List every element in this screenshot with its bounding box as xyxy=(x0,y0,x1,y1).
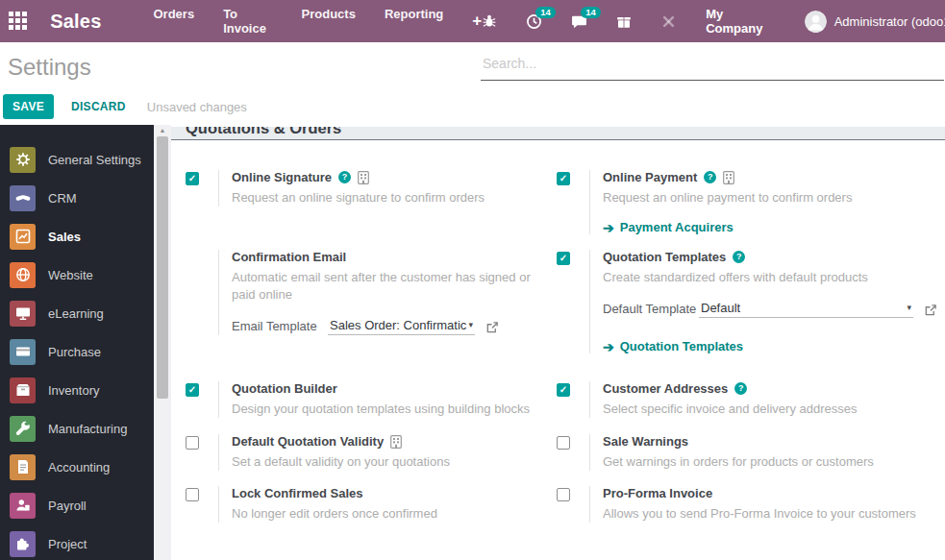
payment-acquirers-link[interactable]: ➔ Payment Acquirers xyxy=(603,220,852,234)
save-discard-bar: SAVE DISCARD Unsaved changes xyxy=(3,94,247,119)
discard-button[interactable]: DISCARD xyxy=(71,100,126,113)
sidebar-label: eLearning xyxy=(48,306,104,321)
card-icon xyxy=(10,339,36,365)
setting-online-payment: Online Payment ? Request an online payme… xyxy=(557,170,937,250)
scroll-up-arrow-icon[interactable]: ▲ xyxy=(154,127,171,134)
sidebar-label: Website xyxy=(48,268,93,282)
sidebar-label: General Settings xyxy=(48,153,141,167)
pro-forma-invoice-checkbox[interactable] xyxy=(557,488,570,501)
email-template-value: Sales Order: Confirmatic xyxy=(330,318,466,332)
sidebar-label: Manufacturing xyxy=(48,422,127,436)
setting-default-quotation-validity: Default Quotation Validity Set a default… xyxy=(186,434,543,486)
default-quotation-validity-checkbox[interactable] xyxy=(186,436,199,450)
section-title: Quotations & Orders xyxy=(171,127,945,137)
setting-pro-forma-invoice: Pro-Forma Invoice Allows you to send Pro… xyxy=(557,486,937,523)
customer-addresses-checkbox[interactable] xyxy=(557,383,570,397)
menu-reporting[interactable]: Reporting xyxy=(385,7,443,36)
chevron-down-icon: ▾ xyxy=(907,303,911,312)
online-signature-checkbox[interactable] xyxy=(186,172,199,185)
setting-description: Get warnings in orders for products or c… xyxy=(603,453,874,471)
sidebar-item-elearning[interactable]: eLearning xyxy=(0,294,154,332)
help-icon[interactable]: ? xyxy=(733,251,745,263)
setting-description: No longer edit orders once confirmed xyxy=(232,505,437,523)
setting-description: Select specific invoice and delivery add… xyxy=(603,401,857,418)
arrow-right-icon: ➔ xyxy=(603,221,614,234)
link-label: Payment Acquirers xyxy=(620,220,734,234)
save-button[interactable]: SAVE xyxy=(3,94,54,119)
sidebar-item-sales[interactable]: Sales xyxy=(0,217,154,256)
lock-confirmed-sales-checkbox[interactable] xyxy=(186,488,199,501)
apps-menu-icon[interactable] xyxy=(9,12,27,31)
setting-description: Design your quotation templates using bu… xyxy=(232,401,530,418)
help-icon[interactable]: ? xyxy=(704,171,716,183)
activities-button[interactable]: 14 xyxy=(526,13,542,30)
internal-link-icon[interactable] xyxy=(924,304,937,318)
gear-icon xyxy=(10,147,36,173)
search-input[interactable] xyxy=(481,52,944,81)
sidebar-item-crm[interactable]: CRM xyxy=(0,179,154,217)
referral-button[interactable] xyxy=(616,13,632,29)
quotation-templates-link[interactable]: ➔ Quotation Templates xyxy=(603,339,937,353)
sidebar-item-general-settings[interactable]: General Settings xyxy=(0,140,154,179)
help-icon[interactable]: ? xyxy=(338,171,351,183)
help-icon[interactable]: ? xyxy=(734,382,747,395)
internal-link-icon[interactable] xyxy=(485,321,499,335)
settings-content: Quotations & Orders Online Signature ? xyxy=(171,125,945,560)
search-box xyxy=(481,52,944,81)
sidebar-item-purchase[interactable]: Purchase xyxy=(0,332,154,371)
link-label: Quotation Templates xyxy=(620,339,743,353)
sidebar-label: Purchase xyxy=(48,345,101,359)
debug-bug-icon[interactable] xyxy=(482,13,497,29)
settings-grid: Online Signature ? Request an online sig… xyxy=(171,170,945,523)
sidebar-label: Project xyxy=(48,537,87,551)
technical-tools-icon[interactable] xyxy=(660,13,677,30)
setting-lock-confirmed-sales: Lock Confirmed Sales No longer edit orde… xyxy=(186,486,543,523)
online-payment-checkbox[interactable] xyxy=(557,172,570,185)
default-template-value: Default xyxy=(701,301,740,315)
company-switcher[interactable]: My Company xyxy=(706,7,777,36)
sidebar-label: Sales xyxy=(48,230,81,244)
bug-icon xyxy=(482,13,497,29)
setting-title: Quotation Templates xyxy=(603,250,726,264)
setting-description: Automatic email sent after the customer … xyxy=(232,269,543,304)
sidebar-item-manufacturing[interactable]: Manufacturing xyxy=(0,409,154,448)
add-menu-button[interactable]: + xyxy=(472,12,482,31)
quotation-templates-checkbox[interactable] xyxy=(557,252,570,265)
setting-quotation-builder: Quotation Builder Design your quotation … xyxy=(186,381,543,434)
menu-products[interactable]: Products xyxy=(302,7,356,36)
sidebar-label: Accounting xyxy=(48,460,110,475)
quotation-builder-checkbox[interactable] xyxy=(186,383,199,397)
top-navbar: Sales Orders To Invoice Products Reporti… xyxy=(0,0,945,42)
scrollbar-thumb[interactable] xyxy=(157,136,168,399)
setting-sale-warnings: Sale Warnings Get warnings in orders for… xyxy=(557,434,937,486)
app-title[interactable]: Sales xyxy=(50,11,101,33)
email-template-select[interactable]: Sales Order: Confirmatic ▾ xyxy=(328,318,475,335)
default-template-select[interactable]: Default ▾ xyxy=(699,301,913,318)
user-menu[interactable]: Administrator (odoo14 xyxy=(805,11,945,33)
setting-description: Create standardized offers with default … xyxy=(603,269,937,286)
messages-button[interactable]: 14 xyxy=(571,13,587,30)
setting-description: Request an online payment to confirm ord… xyxy=(603,189,852,207)
globe-icon xyxy=(10,262,36,288)
enterprise-building-icon xyxy=(390,435,402,449)
sidebar-scrollbar[interactable]: ▲ xyxy=(154,125,171,560)
invoice-icon xyxy=(10,454,36,480)
sidebar-item-project[interactable]: Project xyxy=(0,524,154,560)
sidebar-item-payroll[interactable]: Payroll xyxy=(0,486,154,524)
menu-to-invoice[interactable]: To Invoice xyxy=(223,7,272,36)
sidebar-item-website[interactable]: Website xyxy=(0,256,154,294)
default-template-label: Default Template xyxy=(603,302,699,318)
sidebar-item-inventory[interactable]: Inventory xyxy=(0,371,154,409)
puzzle-icon xyxy=(10,531,36,557)
menu-orders[interactable]: Orders xyxy=(154,7,195,36)
setting-title: Quotation Builder xyxy=(232,381,337,396)
sidebar-label: Inventory xyxy=(48,383,99,398)
sidebar-item-accounting[interactable]: Accounting xyxy=(0,448,154,486)
sidebar-label: CRM xyxy=(48,191,77,206)
handshake-icon xyxy=(10,185,36,211)
section-header: Quotations & Orders xyxy=(171,127,945,140)
setting-description: Set a default validity on your quotation… xyxy=(232,453,450,471)
setting-description: Request an online signature to confirm o… xyxy=(232,189,485,207)
setting-description: Allows you to send Pro-Forma Invoice to … xyxy=(603,505,916,523)
sale-warnings-checkbox[interactable] xyxy=(557,436,570,450)
